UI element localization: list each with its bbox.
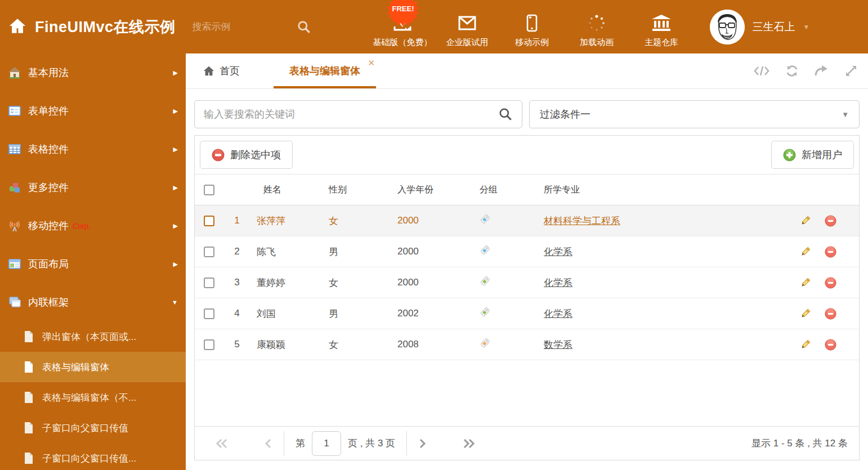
col-gender[interactable]: 性别 [323,184,392,196]
delete-icon[interactable] [825,339,836,351]
col-major[interactable]: 所学专业 [538,184,775,196]
minus-circle-icon [212,149,225,162]
tab-home[interactable]: 首页 [203,53,240,88]
col-group[interactable]: 分组 [474,184,538,196]
grid-toolbar: 删除选中项 新增用户 [195,136,859,174]
chevron-down-icon: ▼ [842,110,849,119]
prev-page-button[interactable] [263,437,272,450]
sidebar-item-form-controls[interactable]: 表单控件 ▶ [0,92,186,130]
delete-selected-button[interactable]: 删除选中项 [200,141,293,169]
sidebar-item-page-layout[interactable]: 页面布局 ▶ [0,245,186,283]
user-menu[interactable]: 三生石上 ▼ [710,10,810,44]
edit-icon[interactable] [800,215,811,226]
chevron-right-icon: ▶ [173,108,178,115]
sidebar-subitem-child-to-parent-2[interactable]: 子窗口向父窗口传值... [0,443,186,470]
brand[interactable]: FineUIMvc在线示例 [0,16,176,38]
table-row[interactable]: 5 康颖颖 女 2008 数学系 [195,329,859,360]
share-icon[interactable] [814,64,830,78]
keyword-search-input[interactable] [204,109,498,120]
divider [284,431,284,456]
row-number: 1 [223,215,251,226]
filter-dropdown[interactable]: 过滤条件一 ▼ [529,100,860,128]
expand-icon[interactable] [844,64,858,78]
header-search-input[interactable] [193,21,277,33]
delete-icon[interactable] [825,277,836,289]
tab-bar: 首页 表格与编辑窗体 ✕ [186,53,868,89]
delete-icon[interactable] [825,308,836,320]
sidebar-subitem-popup-window[interactable]: 弹出窗体（本页面或... [0,321,186,352]
sidebar-subitem-grid-edit-window-2[interactable]: 表格与编辑窗体（不... [0,382,186,413]
home-icon [8,16,27,38]
record-summary: 显示 1 - 5 条 , 共 12 条 [751,437,859,450]
antenna-icon [8,219,21,232]
major-link[interactable]: 数学系 [544,339,572,350]
tag-icon [474,245,538,258]
cell-name: 董婷婷 [251,276,323,289]
next-page-button[interactable] [418,437,427,450]
delete-icon[interactable] [825,215,836,227]
spinner-icon [587,14,606,32]
row-checkbox[interactable] [204,308,214,319]
tag-icon [474,214,538,227]
sidebar-subitem-child-to-parent[interactable]: 子窗口向父窗口传值 [0,413,186,443]
row-checkbox[interactable] [204,277,214,288]
cell-name: 康颖颖 [251,338,323,351]
table-row[interactable]: 1 张萍萍 女 2000 材料科学与工程系 [195,205,859,236]
search-icon[interactable] [297,20,311,34]
refresh-icon[interactable] [785,64,799,78]
row-checkbox[interactable] [204,216,214,226]
cubes-icon [8,181,21,194]
nav-theme-store[interactable]: 主题仓库 [629,6,694,48]
select-all-checkbox[interactable] [204,185,214,195]
sidebar-item-mobile-controls[interactable]: 移动控件 Corp. ▶ [0,207,186,245]
row-checkbox[interactable] [204,247,214,257]
col-name[interactable]: 姓名 [251,184,323,196]
frames-icon [8,296,21,309]
nav-mobile-demo[interactable]: 移动示例 [500,6,565,48]
edit-icon[interactable] [800,277,811,288]
nav-enterprise-trial[interactable]: 企业版试用 [435,6,500,48]
file-icon [23,330,35,343]
chevron-right-icon: ▶ [173,184,178,191]
table-header: 姓名 性别 入学年份 分组 所学专业 [195,174,859,205]
envelope-icon [457,14,477,32]
edit-icon[interactable] [800,339,811,350]
close-icon[interactable]: ✕ [368,58,375,68]
major-link[interactable]: 化学系 [544,277,572,288]
table-row[interactable]: 4 刘国 男 2002 化学系 [195,298,859,329]
add-user-button[interactable]: 新增用户 [771,141,854,169]
edit-icon[interactable] [800,246,811,257]
tab-tools [753,53,858,88]
sidebar-item-more-controls[interactable]: 更多控件 ▶ [0,168,186,207]
header-nav: FREE! 基础版（免费） 企业版试用 移动示例 [370,6,694,48]
header-search [193,20,311,34]
table-icon [8,142,21,156]
tab-grid-edit-window[interactable]: 表格与编辑窗体 ✕ [274,53,376,88]
chevron-down-icon: ▼ [172,299,178,306]
last-page-button[interactable] [462,437,476,450]
sidebar-item-basic-usage[interactable]: 基本用法 ▶ [0,53,186,92]
sidebar-subitem-grid-edit-window[interactable]: 表格与编辑窗体 [0,352,186,382]
row-checkbox[interactable] [204,339,214,350]
file-icon [23,361,35,373]
corp-badge: Corp. [73,222,91,230]
major-link[interactable]: 化学系 [544,308,572,319]
nav-loading-animation[interactable]: 加载动画 [565,6,629,48]
sidebar-item-grid-controls[interactable]: 表格控件 ▶ [0,130,186,168]
major-link[interactable]: 化学系 [544,247,572,257]
row-number: 4 [223,308,251,319]
code-icon[interactable] [753,64,770,78]
edit-icon[interactable] [800,308,811,319]
page-number-input[interactable] [312,431,341,456]
delete-icon[interactable] [825,246,836,258]
first-page-button[interactable] [215,437,229,450]
filter-dropdown-value: 过滤条件一 [540,108,842,121]
col-year[interactable]: 入学年份 [392,184,474,196]
main-content: 首页 表格与编辑窗体 ✕ [186,53,868,470]
table-row[interactable]: 2 陈飞 男 2000 化学系 [195,236,859,267]
table-row[interactable]: 3 董婷婷 女 2000 化学系 [195,267,859,298]
sidebar-item-iframe[interactable]: 内联框架 ▼ [0,283,186,321]
major-link[interactable]: 材料科学与工程系 [544,216,620,226]
search-icon[interactable] [498,107,513,122]
divider [406,431,407,456]
